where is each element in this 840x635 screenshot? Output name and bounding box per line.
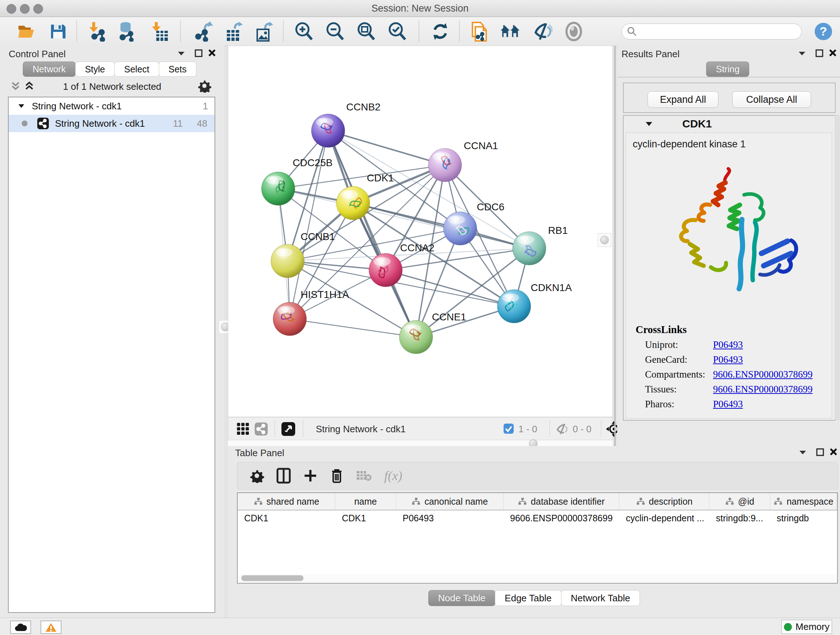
crosslink-value-link[interactable]: P06493	[713, 354, 743, 365]
add-column-icon[interactable]	[303, 469, 317, 483]
string-home-icon[interactable]	[500, 21, 520, 42]
column-header-shared-name[interactable]: shared name	[238, 493, 335, 510]
save-session-icon[interactable]	[48, 21, 68, 42]
grid-view-icon[interactable]	[236, 422, 250, 436]
results-panel-float-icon[interactable]	[815, 49, 824, 58]
hidden-eye-icon[interactable]	[555, 423, 568, 435]
duplicate-network-icon[interactable]	[470, 21, 490, 42]
node-CCNA1[interactable]	[428, 149, 462, 182]
horizontal-splitter[interactable]	[228, 440, 613, 447]
cloud-button[interactable]	[10, 621, 31, 634]
scrollbar-thumb[interactable]	[241, 575, 303, 581]
crosslink-value-link[interactable]: 9606.ENSP00000378699	[713, 384, 813, 395]
node-CCNA2[interactable]	[369, 253, 402, 287]
birdseye-view-icon[interactable]	[281, 422, 295, 436]
node-CDC6[interactable]	[444, 212, 477, 245]
results-panel-menu-icon[interactable]	[797, 49, 807, 58]
node-CDC25B[interactable]	[262, 172, 295, 205]
cell-namespace[interactable]: stringdb	[770, 510, 837, 526]
column-header-canonical-name[interactable]: canonical name	[396, 493, 504, 510]
cell-name[interactable]: CDK1	[335, 510, 396, 526]
help-icon[interactable]: ?	[813, 21, 834, 42]
export-network-icon[interactable]	[194, 21, 214, 42]
tab-network[interactable]: Network	[23, 62, 76, 77]
search-field[interactable]	[622, 24, 802, 40]
tab-node-table[interactable]: Node Table	[428, 590, 495, 606]
column-header-database-identifier[interactable]: database identifier	[504, 493, 619, 510]
column-header--id[interactable]: @id	[709, 493, 770, 510]
show-columns-icon[interactable]	[276, 468, 291, 484]
cell-canonical-name[interactable]: P06493	[396, 510, 504, 526]
level-of-detail-eye-icon[interactable]	[564, 21, 584, 42]
network-view-mode-icon[interactable]	[254, 422, 268, 436]
zoom-in-icon[interactable]	[294, 21, 314, 42]
tab-network-table[interactable]: Network Table	[561, 590, 640, 606]
control-panel-float-icon[interactable]	[194, 49, 203, 58]
node-HIST1H1A[interactable]	[273, 302, 306, 336]
node-CDK1[interactable]	[336, 187, 370, 220]
right-splitter[interactable]	[614, 46, 616, 446]
refresh-icon[interactable]	[430, 21, 450, 42]
node-CDKN1A[interactable]	[497, 290, 531, 323]
column-header-description[interactable]: description	[619, 493, 709, 510]
edge-h1-e1[interactable]	[290, 319, 416, 337]
crosslink-value-link[interactable]: 9606.ENSP00000378699	[713, 369, 813, 380]
results-panel-close-icon[interactable]	[828, 48, 838, 58]
memory-button[interactable]: Memory	[782, 620, 832, 634]
export-image-icon[interactable]	[253, 21, 273, 42]
node-CCNB2[interactable]	[311, 114, 345, 147]
control-panel-close-icon[interactable]	[207, 48, 217, 58]
table-settings-gear-icon[interactable]	[249, 469, 264, 483]
import-table-icon[interactable]	[150, 21, 171, 42]
network-view[interactable]: CCNB2CCNA1CDC25BCDK1CDC6RB1CCNB1CCNA2CDK…	[228, 46, 613, 417]
node-CCNE1[interactable]	[399, 320, 433, 354]
table-panel-float-icon[interactable]	[815, 448, 825, 457]
crosslink-value-link[interactable]: P06493	[713, 339, 743, 350]
edge-a1-25b[interactable]	[278, 165, 445, 188]
node-RB1[interactable]	[513, 232, 546, 265]
zoom-selected-icon[interactable]	[387, 21, 407, 42]
table-panel-menu-icon[interactable]	[798, 448, 807, 457]
zoom-out-icon[interactable]	[325, 21, 345, 42]
tab-sets[interactable]: Sets	[159, 62, 196, 77]
table-horizontal-scrollbar[interactable]	[238, 574, 836, 582]
column-header-namespace[interactable]: namespace	[770, 493, 837, 510]
crosslink-value-link[interactable]: P06493	[713, 399, 743, 410]
collection-expand-icon[interactable]	[17, 102, 25, 110]
delete-column-trash-icon[interactable]	[330, 468, 344, 484]
table-panel-close-icon[interactable]	[829, 447, 838, 457]
tab-edge-table[interactable]: Edge Table	[495, 590, 561, 606]
import-network-icon[interactable]	[88, 21, 108, 42]
cell--id[interactable]: stringdb:9...	[709, 510, 770, 526]
edge-b2-e1[interactable]	[328, 131, 416, 337]
collapse-all-networks-icon[interactable]	[10, 80, 21, 91]
import-network-database-icon[interactable]	[116, 21, 136, 42]
tab-style[interactable]: Style	[75, 62, 115, 77]
network-row-selected[interactable]: String Network - cdk1 11 48	[9, 115, 215, 132]
network-collection-row[interactable]: String Network - cdk1 1	[9, 97, 215, 115]
entry-collapse-icon[interactable]	[645, 119, 653, 128]
selected-checkbox-icon[interactable]	[503, 423, 514, 434]
cell-database-identifier[interactable]: 9606.ENSP00000378699	[504, 510, 619, 526]
column-header-name[interactable]: name	[335, 493, 396, 510]
collapse-all-button[interactable]: Collapse All	[732, 91, 811, 108]
open-session-icon[interactable]	[17, 21, 37, 42]
control-panel-menu-icon[interactable]	[177, 49, 186, 58]
expand-all-networks-icon[interactable]	[24, 80, 35, 91]
network-options-gear-icon[interactable]	[197, 79, 211, 93]
node-table[interactable]: shared namenamecanonical namedatabase id…	[237, 492, 838, 584]
search-input[interactable]	[637, 26, 801, 37]
tab-string[interactable]: String	[706, 62, 749, 77]
expand-all-button[interactable]: Expand All	[647, 91, 718, 108]
results-scrollbar[interactable]	[835, 115, 839, 420]
entry-header[interactable]: CDK1	[624, 116, 835, 132]
table-row[interactable]: CDK1CDK1P064939606.ENSP00000378699cyclin…	[238, 510, 837, 526]
export-table-icon[interactable]	[224, 21, 244, 42]
cell-shared-name[interactable]: CDK1	[238, 510, 335, 526]
node-CCNB1[interactable]	[271, 244, 304, 278]
warning-button[interactable]	[41, 621, 62, 634]
tab-select[interactable]: Select	[114, 62, 159, 77]
cell-description[interactable]: cyclin-dependent ...	[619, 510, 709, 526]
edge-b2-a1[interactable]	[328, 131, 445, 165]
zoom-fit-icon[interactable]	[356, 21, 376, 42]
